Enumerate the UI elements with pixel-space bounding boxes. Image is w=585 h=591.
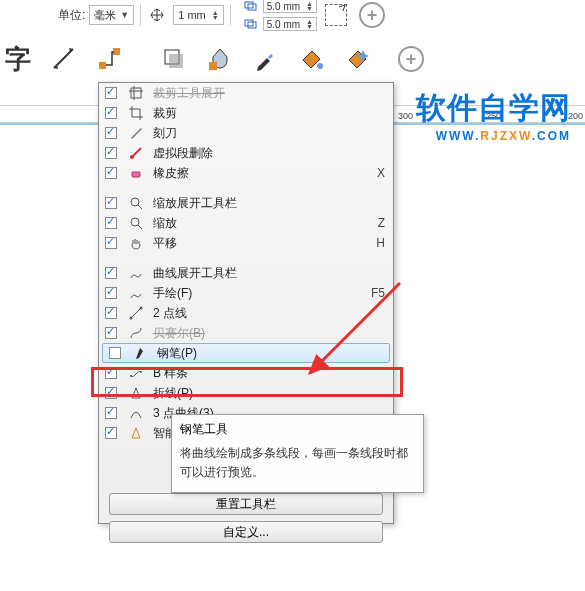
zoom-icon xyxy=(125,216,147,230)
fill-tool-icon[interactable] xyxy=(298,45,326,73)
dup-y-icon xyxy=(243,16,259,32)
menu-item-bspline[interactable]: B 样条 xyxy=(99,363,393,383)
dimension-tool-icon[interactable] xyxy=(50,45,78,73)
crop-expand-icon xyxy=(125,86,147,100)
chevron-down-icon: ▼ xyxy=(120,10,129,20)
hand-icon xyxy=(125,236,147,250)
bspline-icon xyxy=(125,366,147,380)
shadow-tool-icon[interactable] xyxy=(160,45,188,73)
curve-expand-icon xyxy=(125,266,147,280)
unit-label: 单位: xyxy=(58,7,85,24)
vseg-icon xyxy=(125,146,147,160)
checkbox-icon[interactable] xyxy=(105,87,117,99)
svg-rect-12 xyxy=(132,172,140,177)
eyedropper-tool-icon[interactable] xyxy=(252,45,280,73)
svg-rect-2 xyxy=(245,20,253,26)
dupy-spinner[interactable]: 5.0 mm▲▼ xyxy=(263,17,317,31)
connector-tool-icon[interactable] xyxy=(96,45,124,73)
menu-item-twopt[interactable]: 2 点线 xyxy=(99,303,393,323)
smartfill-tool-icon[interactable] xyxy=(344,45,372,73)
svg-rect-7 xyxy=(169,54,183,68)
menu-item-eraser[interactable]: 橡皮擦X xyxy=(99,163,393,183)
menu-item-pan[interactable]: 平移H xyxy=(99,233,393,253)
svg-rect-10 xyxy=(131,88,141,98)
menu-item-pen[interactable]: 钢笔(P) xyxy=(102,343,390,363)
menu-item-freehand[interactable]: 手绘(F)F5 xyxy=(99,283,393,303)
menu-item-zoom[interactable]: 缩放Z xyxy=(99,213,393,233)
threeptcurve-icon xyxy=(125,406,147,420)
svg-rect-4 xyxy=(99,62,106,69)
tooltip-title: 钢笔工具 xyxy=(180,421,415,438)
polyline-icon xyxy=(125,386,147,400)
menu-item-crop[interactable]: 裁剪 xyxy=(99,103,393,123)
menu-item-vseg[interactable]: 虚拟段删除 xyxy=(99,143,393,163)
svg-point-15 xyxy=(130,317,133,320)
smartdraw-icon xyxy=(125,426,147,440)
text-tool-icon[interactable]: 字 xyxy=(4,45,32,73)
menu-group-crop[interactable]: 裁剪工具展开 xyxy=(99,83,393,103)
menu-item-polyline[interactable]: 折线(P) xyxy=(99,383,393,403)
menu-group-zoom[interactable]: 缩放展开工具栏 xyxy=(99,193,393,213)
add-button-2[interactable]: + xyxy=(398,46,424,72)
svg-point-18 xyxy=(140,371,142,373)
menu-item-knife[interactable]: 刻刀 xyxy=(99,123,393,143)
nudge-spinner[interactable]: 1 mm ▲▼ xyxy=(173,5,223,25)
crop-frame-icon[interactable] xyxy=(325,4,347,26)
svg-rect-1 xyxy=(248,4,256,10)
pen-icon xyxy=(129,346,151,360)
dup-x-icon xyxy=(243,0,259,14)
add-button[interactable]: + xyxy=(359,2,385,28)
crop-icon xyxy=(125,106,147,120)
svg-rect-3 xyxy=(248,22,256,28)
svg-point-14 xyxy=(131,218,139,226)
svg-rect-8 xyxy=(209,62,217,70)
reset-toolbar-button[interactable]: 重置工具栏 xyxy=(109,493,383,515)
bezier-icon xyxy=(125,326,147,340)
customize-button[interactable]: 自定义... xyxy=(109,521,383,543)
property-bar: 单位: 毫米 ▼ 1 mm ▲▼ 5.0 mm▲▼ 5.0 mm▲▼ + xyxy=(0,0,385,30)
svg-point-13 xyxy=(131,198,139,206)
unit-combo[interactable]: 毫米 ▼ xyxy=(89,5,134,25)
knife-icon xyxy=(125,126,147,140)
svg-point-16 xyxy=(140,307,143,310)
svg-point-9 xyxy=(317,63,323,69)
eraser-icon xyxy=(125,166,147,180)
nudge-icon xyxy=(149,7,165,23)
watermark: 软件自学网 WWW.RJZXW.COM xyxy=(416,88,571,143)
svg-rect-0 xyxy=(245,2,253,8)
tooltip: 钢笔工具 将曲线绘制成多条线段，每画一条线段时都可以进行预览。 xyxy=(171,414,424,493)
checkbox-icon[interactable] xyxy=(109,347,121,359)
magnifier-icon xyxy=(125,196,147,210)
tool-row: 字 + xyxy=(0,45,424,73)
menu-item-bezier[interactable]: 贝赛尔(B) xyxy=(99,323,393,343)
svg-rect-5 xyxy=(113,48,120,55)
svg-point-11 xyxy=(130,155,134,159)
transparency-tool-icon[interactable] xyxy=(206,45,234,73)
menu-group-curve[interactable]: 曲线展开工具栏 xyxy=(99,263,393,283)
freehand-icon xyxy=(125,286,147,300)
dupx-spinner[interactable]: 5.0 mm▲▼ xyxy=(263,0,317,13)
tooltip-body: 将曲线绘制成多条线段，每画一条线段时都可以进行预览。 xyxy=(180,444,415,482)
svg-point-17 xyxy=(130,375,132,377)
twopt-icon xyxy=(125,306,147,320)
